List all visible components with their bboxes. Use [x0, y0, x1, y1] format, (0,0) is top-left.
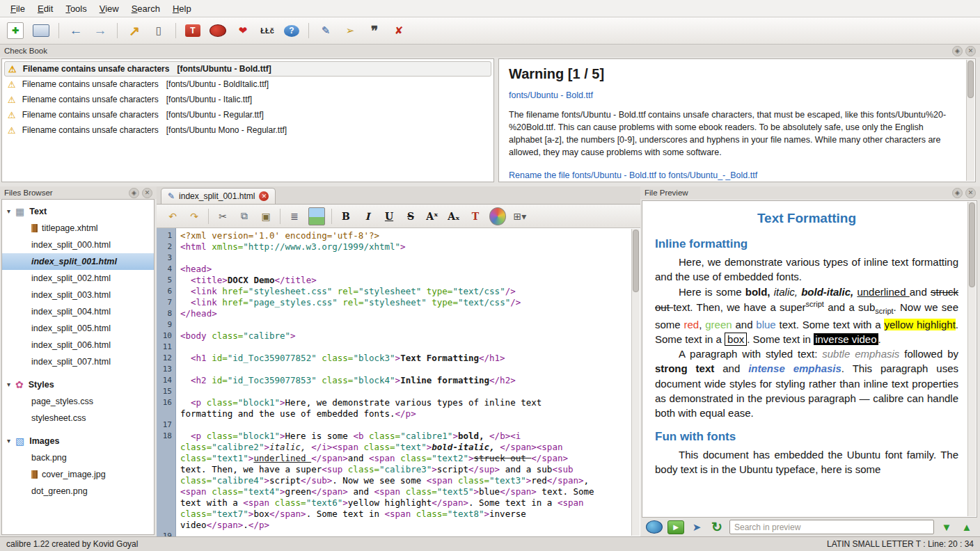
- cut-icon[interactable]: ✂: [215, 208, 230, 225]
- code-row: 5 <title>DOCX Demo</title>: [157, 275, 631, 286]
- file-item[interactable]: dot_green.png: [2, 483, 154, 500]
- mobile-preview-icon[interactable]: ▯: [151, 22, 166, 40]
- fix-html-icon[interactable]: ↗: [127, 22, 142, 40]
- smarten-punctuation-icon[interactable]: ❞: [367, 22, 382, 40]
- file-name: index_split_002.html: [31, 273, 111, 283]
- preview-controls: ▶➤↻ ▼▲: [640, 518, 980, 536]
- file-item[interactable]: index_split_003.html: [2, 287, 154, 303]
- scrollbar[interactable]: [966, 60, 974, 181]
- check-book-body: ⚠Filename contains unsafe characters[fon…: [0, 57, 980, 186]
- preview-control-icons: ▶➤↻: [646, 518, 725, 536]
- section-text[interactable]: ▾▦Text: [2, 202, 154, 220]
- file-item[interactable]: index_split_001.html: [2, 253, 154, 270]
- tts-icon[interactable]: ➢: [342, 22, 358, 40]
- menu-edit[interactable]: Edit: [31, 2, 59, 15]
- back-icon[interactable]: ←: [68, 22, 84, 40]
- warning-file-link[interactable]: fonts/Ubuntu - Bold.ttf: [509, 90, 593, 100]
- code-row: video</span>.</p>: [157, 520, 631, 531]
- file-item[interactable]: index_split_002.html: [2, 270, 154, 287]
- superscript-button[interactable]: Aˣ: [425, 208, 440, 225]
- insert-image-icon[interactable]: [308, 207, 325, 225]
- file-item[interactable]: index_split_004.html: [2, 303, 154, 320]
- warning-row[interactable]: ⚠Filename contains unsafe characters[fon…: [4, 92, 491, 107]
- code-row: 3: [157, 253, 631, 264]
- run-preview-icon[interactable]: ▶: [667, 520, 684, 534]
- warning-row[interactable]: ⚠Filename contains unsafe characters[fon…: [4, 61, 491, 77]
- line-number: 9: [157, 319, 175, 330]
- paste-icon[interactable]: ▣: [258, 208, 274, 225]
- close-panel-icon[interactable]: ✕: [965, 46, 976, 56]
- special-characters-icon[interactable]: ŁŁč: [260, 22, 275, 40]
- undock-panel-icon[interactable]: ◈: [129, 188, 139, 198]
- menu-view[interactable]: View: [93, 2, 125, 15]
- find-next-icon[interactable]: ▼: [939, 518, 954, 536]
- code-content[interactable]: 1<?xml version='1.0' encoding='utf-8'?>2…: [157, 230, 631, 536]
- section-styles[interactable]: ▾✿Styles: [2, 376, 154, 393]
- file-item[interactable]: cover_image.jpg: [2, 466, 154, 483]
- section-label: Styles: [29, 380, 54, 390]
- warning-title: Warning [1 / 5]: [509, 66, 958, 82]
- tab-label: index_split_001.html: [179, 191, 255, 201]
- bold-button[interactable]: B: [338, 208, 354, 225]
- undock-panel-icon[interactable]: ◈: [952, 46, 963, 56]
- code-row: 1<?xml version='1.0' encoding='utf-8'?>: [157, 230, 631, 241]
- tab-index-split-001[interactable]: ✎ index_split_001.html ✕: [161, 188, 276, 204]
- check-book-icon[interactable]: [210, 24, 226, 37]
- menu-search[interactable]: Search: [125, 2, 166, 15]
- warning-row[interactable]: ⚠Filename contains unsafe characters[fon…: [4, 122, 491, 138]
- strikethrough-button[interactable]: S: [403, 208, 418, 225]
- insert-text-icon[interactable]: ≣: [287, 208, 302, 225]
- file-item[interactable]: back.png: [2, 449, 154, 466]
- toolbar-separator: [175, 23, 176, 38]
- sync-preview-icon[interactable]: ➤: [689, 518, 704, 536]
- close-tab-icon[interactable]: ✕: [259, 191, 269, 201]
- subscript-button[interactable]: Aₓ: [446, 208, 461, 225]
- preview-doc-heading: Fun with fonts: [655, 430, 958, 444]
- warning-row[interactable]: ⚠Filename contains unsafe characters[fon…: [4, 77, 491, 92]
- warning-row[interactable]: ⚠Filename contains unsafe characters[fon…: [4, 107, 491, 122]
- help-icon[interactable]: ?: [284, 25, 299, 37]
- file-item[interactable]: titlepage.xhtml: [2, 220, 154, 237]
- donate-icon[interactable]: ❤: [235, 22, 251, 40]
- code-line: [175, 386, 631, 397]
- remove-unused-icon[interactable]: ✘: [391, 22, 406, 40]
- insert-table-button[interactable]: ⊞▾: [512, 208, 528, 225]
- undock-panel-icon[interactable]: ◈: [952, 188, 963, 198]
- menu-tools[interactable]: Tools: [59, 2, 93, 15]
- toolbar-separator: [117, 23, 118, 38]
- redo-icon[interactable]: ↷: [187, 208, 202, 225]
- preview-document: Text FormattingInline formattingHere, we…: [642, 200, 977, 518]
- underline-button[interactable]: U: [381, 208, 397, 225]
- code-row: formatting and the use of embedded fonts…: [157, 408, 631, 420]
- color-button[interactable]: [489, 207, 506, 225]
- find-previous-icon[interactable]: ▲: [959, 518, 974, 536]
- save-icon[interactable]: [33, 24, 49, 37]
- warning-fix-link[interactable]: Rename the file fonts/Ubuntu - Bold.ttf …: [509, 170, 757, 180]
- file-item[interactable]: index_split_007.html: [2, 353, 154, 370]
- file-item[interactable]: stylesheet.css: [2, 410, 154, 426]
- close-panel-icon[interactable]: ✕: [142, 188, 152, 198]
- new-file-icon[interactable]: ✚: [7, 22, 24, 39]
- file-item[interactable]: index_split_006.html: [2, 337, 154, 353]
- toc-icon[interactable]: ✎: [318, 22, 333, 40]
- italic-button[interactable]: I: [360, 208, 375, 225]
- file-item[interactable]: index_split_000.html: [2, 237, 154, 253]
- line-number: [157, 442, 175, 453]
- copy-icon[interactable]: ⧉: [237, 208, 252, 225]
- forward-icon[interactable]: →: [93, 22, 108, 40]
- file-item[interactable]: index_split_005.html: [2, 320, 154, 337]
- close-panel-icon[interactable]: ✕: [965, 188, 976, 198]
- preview-search-input[interactable]: [729, 520, 934, 534]
- menu-file[interactable]: File: [4, 2, 31, 15]
- font-style-button[interactable]: T: [468, 208, 483, 225]
- undo-icon[interactable]: ↶: [165, 208, 180, 225]
- refresh-preview-icon[interactable]: ↻: [709, 518, 725, 536]
- scrollbar[interactable]: [967, 202, 976, 516]
- open-in-browser-icon[interactable]: [646, 520, 663, 534]
- scrollbar[interactable]: [631, 229, 640, 536]
- file-item[interactable]: page_styles.css: [2, 393, 154, 410]
- code-editor[interactable]: 1<?xml version='1.0' encoding='utf-8'?>2…: [157, 228, 640, 536]
- section-images[interactable]: ▾▧Images: [2, 432, 154, 449]
- font-icon[interactable]: T: [185, 24, 200, 37]
- menu-help[interactable]: Help: [166, 2, 198, 15]
